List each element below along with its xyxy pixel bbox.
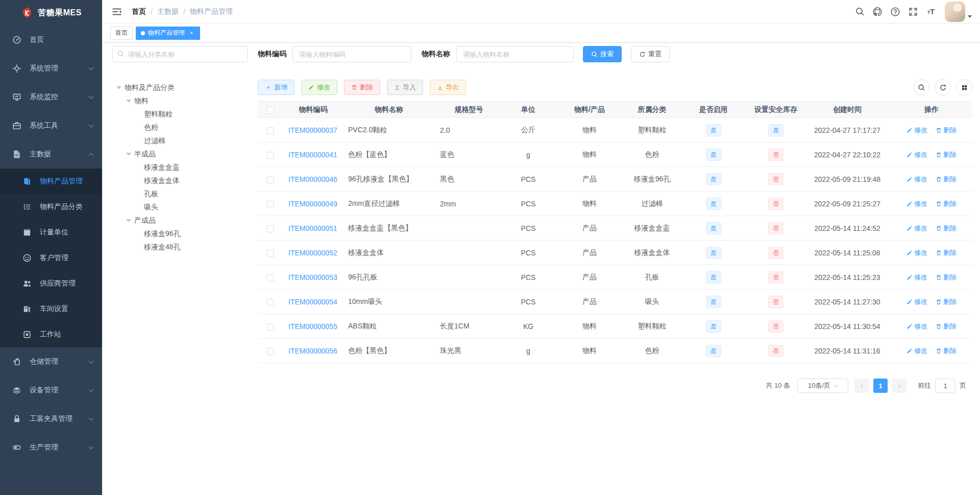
tree-node[interactable]: 物料 [112, 95, 248, 108]
tree-node[interactable]: 过滤棉 [112, 134, 248, 148]
page-1-button[interactable]: 1 [873, 379, 888, 393]
material-code-link[interactable]: ITEM00000049 [288, 200, 337, 208]
column-settings-button[interactable] [956, 79, 972, 96]
row-checkbox[interactable] [267, 274, 274, 281]
material-code-link[interactable]: ITEM00000056 [288, 347, 337, 355]
sidebar-item-home[interactable]: 首页 [0, 26, 102, 54]
row-edit-link[interactable]: 修改 [906, 175, 927, 184]
sidebar-item-production-manage[interactable]: 生产管理 [0, 433, 102, 462]
prev-page-button[interactable]: ‹ [854, 379, 869, 393]
row-edit-link[interactable]: 修改 [906, 126, 927, 135]
help-button[interactable] [888, 5, 902, 19]
row-delete-link[interactable]: 删除 [936, 224, 957, 233]
tree-node[interactable]: 物料及产品分类 [112, 81, 248, 95]
sidebar-item-system-tools[interactable]: 系统工具 [0, 111, 102, 140]
tree-node[interactable]: 移液盒48孔 [112, 241, 248, 254]
avatar[interactable] [945, 2, 965, 22]
material-name-input[interactable] [456, 46, 574, 62]
search-button[interactable]: 搜索 [583, 46, 622, 62]
reset-button[interactable]: 重置 [631, 46, 670, 62]
material-code-link[interactable]: ITEM00000037 [288, 126, 337, 134]
row-checkbox[interactable] [267, 152, 274, 159]
row-edit-link[interactable]: 修改 [906, 199, 927, 208]
row-checkbox[interactable] [267, 176, 274, 183]
sidebar-item-warehouse-manage[interactable]: 仓储管理 [0, 347, 102, 376]
row-edit-link[interactable]: 修改 [906, 248, 927, 257]
tree-node[interactable]: 塑料颗粒 [112, 108, 248, 121]
github-button[interactable] [870, 5, 885, 19]
sidebar-item-customer-manage[interactable]: 客户管理 [0, 245, 102, 271]
row-checkbox[interactable] [267, 225, 274, 232]
delete-button[interactable]: 删除 [344, 80, 380, 95]
header-search-button[interactable] [852, 5, 867, 19]
row-checkbox[interactable] [267, 299, 274, 306]
tree-node[interactable]: 移液盒96孔 [112, 227, 248, 241]
row-delete-link[interactable]: 删除 [936, 322, 957, 331]
tree-node[interactable]: 移液盒盒体 [112, 174, 248, 187]
add-button[interactable]: ＋ 新增 [258, 80, 295, 95]
sidebar-item-fixture-manage[interactable]: 工装夹具管理 [0, 405, 102, 433]
row-edit-link[interactable]: 修改 [906, 273, 927, 282]
row-delete-link[interactable]: 删除 [936, 297, 957, 307]
material-code-link[interactable]: ITEM00000054 [288, 298, 337, 306]
material-code-input[interactable] [292, 46, 411, 62]
sidebar-item-material-product-manage[interactable]: 物料产品管理 [0, 169, 102, 194]
sidebar-item-measure-unit[interactable]: 计量单位 [0, 220, 102, 245]
edit-button[interactable]: 修改 [301, 80, 337, 95]
tree-node[interactable]: 移液盒盒盖 [112, 161, 248, 174]
goto-page-input[interactable] [935, 379, 955, 393]
material-code-link[interactable]: ITEM00000052 [288, 249, 337, 257]
row-edit-link[interactable]: 修改 [906, 322, 927, 331]
category-search-input[interactable] [112, 46, 248, 62]
row-delete-link[interactable]: 删除 [936, 346, 957, 356]
tab-close-icon[interactable]: × [188, 30, 195, 37]
tree-expand-icon[interactable] [126, 100, 131, 103]
sidebar-item-system-manage[interactable]: 系统管理 [0, 54, 102, 83]
next-page-button[interactable]: › [892, 379, 906, 393]
tree-expand-icon[interactable] [126, 219, 131, 222]
sidebar-item-workshop-settings[interactable]: 车间设置 [0, 296, 102, 322]
tab-home[interactable]: 首页 [110, 27, 133, 40]
row-delete-link[interactable]: 删除 [936, 248, 957, 257]
sidebar-item-material-product-category[interactable]: 物料产品分类 [0, 194, 102, 220]
show-search-button[interactable] [913, 79, 929, 96]
tree-node[interactable]: 孔板 [112, 187, 248, 201]
tree-expand-icon[interactable] [126, 153, 131, 156]
row-checkbox[interactable] [267, 250, 274, 257]
row-delete-link[interactable]: 删除 [936, 199, 957, 208]
page-size-select[interactable]: 10条/页 [797, 379, 848, 393]
row-edit-link[interactable]: 修改 [906, 346, 927, 356]
tree-node[interactable]: 半成品 [112, 148, 248, 161]
sidebar-item-master-data[interactable]: 主数据 [0, 140, 102, 169]
import-button[interactable]: 导入 [387, 80, 423, 95]
tree-expand-icon[interactable] [116, 86, 121, 89]
row-checkbox[interactable] [267, 323, 274, 331]
sidebar-item-supplier-manage[interactable]: 供应商管理 [0, 271, 102, 296]
export-button[interactable]: 导出 [430, 80, 466, 95]
sidebar-item-workstation[interactable]: 工作站 [0, 322, 102, 347]
sidebar-item-system-monitor[interactable]: 系统监控 [0, 83, 102, 111]
material-code-link[interactable]: ITEM00000041 [288, 151, 337, 159]
select-all-checkbox[interactable] [267, 107, 274, 114]
row-delete-link[interactable]: 删除 [936, 126, 957, 135]
row-checkbox[interactable] [267, 348, 274, 355]
material-code-link[interactable]: ITEM00000053 [288, 273, 337, 281]
user-menu[interactable] [945, 2, 972, 22]
breadcrumb-home[interactable]: 首页 [132, 7, 146, 16]
row-edit-link[interactable]: 修改 [906, 297, 927, 307]
tree-node[interactable]: 产成品 [112, 214, 248, 227]
sidebar-toggle-icon[interactable] [111, 6, 122, 17]
fullscreen-button[interactable] [906, 5, 920, 19]
material-code-link[interactable]: ITEM00000055 [288, 322, 337, 331]
tree-node[interactable]: 色粉 [112, 121, 248, 134]
row-checkbox[interactable] [267, 201, 274, 208]
row-delete-link[interactable]: 删除 [936, 150, 957, 159]
row-edit-link[interactable]: 修改 [906, 150, 927, 159]
row-checkbox[interactable] [267, 127, 274, 134]
material-code-link[interactable]: ITEM00000051 [288, 224, 337, 232]
refresh-button[interactable] [935, 79, 951, 96]
tab-material-product-manage[interactable]: 物料产品管理 × [136, 27, 200, 40]
breadcrumb-master-data[interactable]: 主数据 [157, 7, 179, 16]
row-edit-link[interactable]: 修改 [906, 224, 927, 233]
logo[interactable]: 苦糖果MES [0, 0, 102, 26]
